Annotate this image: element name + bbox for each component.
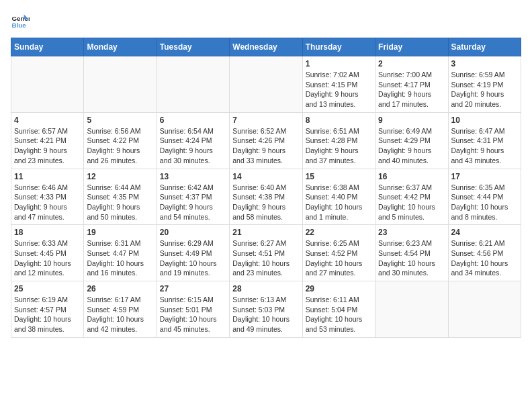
day-number: 23 (378, 228, 445, 237)
day-number: 20 (160, 228, 226, 237)
calendar-cell: 25Sunrise: 6:19 AM Sunset: 4:57 PM Dayli… (11, 281, 84, 338)
day-number: 5 (87, 116, 153, 125)
day-info: Sunrise: 6:57 AM Sunset: 4:21 PM Dayligh… (14, 126, 81, 166)
calendar-week-row: 11Sunrise: 6:46 AM Sunset: 4:33 PM Dayli… (11, 169, 521, 225)
day-info: Sunrise: 6:19 AM Sunset: 4:57 PM Dayligh… (14, 295, 81, 334)
day-number: 24 (451, 228, 518, 237)
day-number: 6 (160, 116, 226, 125)
calendar-week-row: 25Sunrise: 6:19 AM Sunset: 4:57 PM Dayli… (11, 281, 521, 338)
weekday-header-saturday: Saturday (448, 38, 521, 56)
day-number: 17 (451, 172, 518, 181)
calendar-cell: 24Sunrise: 6:21 AM Sunset: 4:56 PM Dayli… (448, 225, 521, 281)
svg-text:Blue: Blue (11, 21, 26, 29)
day-number: 12 (87, 172, 153, 181)
calendar-cell: 8Sunrise: 6:51 AM Sunset: 4:28 PM Daylig… (302, 112, 375, 169)
calendar-cell: 29Sunrise: 6:11 AM Sunset: 5:04 PM Dayli… (302, 281, 375, 338)
logo: General Blue (11, 11, 32, 30)
day-number: 16 (378, 172, 445, 181)
calendar-table: SundayMondayTuesdayWednesdayThursdayFrid… (11, 38, 521, 338)
page-header: General Blue (11, 11, 521, 30)
calendar-cell: 9Sunrise: 6:49 AM Sunset: 4:29 PM Daylig… (375, 112, 448, 169)
weekday-header-row: SundayMondayTuesdayWednesdayThursdayFrid… (11, 38, 521, 56)
calendar-cell: 4Sunrise: 6:57 AM Sunset: 4:21 PM Daylig… (11, 112, 84, 169)
weekday-header-monday: Monday (84, 38, 157, 56)
calendar-cell: 18Sunrise: 6:33 AM Sunset: 4:45 PM Dayli… (11, 225, 84, 281)
logo-icon: General Blue (11, 11, 30, 30)
calendar-cell (157, 56, 229, 113)
calendar-cell (375, 281, 448, 338)
calendar-week-row: 4Sunrise: 6:57 AM Sunset: 4:21 PM Daylig… (11, 112, 521, 169)
calendar-cell: 5Sunrise: 6:56 AM Sunset: 4:22 PM Daylig… (84, 112, 157, 169)
weekday-header-thursday: Thursday (302, 38, 375, 56)
calendar-cell (448, 281, 521, 338)
day-info: Sunrise: 6:31 AM Sunset: 4:47 PM Dayligh… (87, 238, 153, 278)
calendar-cell: 12Sunrise: 6:44 AM Sunset: 4:35 PM Dayli… (84, 169, 157, 225)
day-info: Sunrise: 6:42 AM Sunset: 4:37 PM Dayligh… (160, 183, 226, 222)
day-info: Sunrise: 6:27 AM Sunset: 4:51 PM Dayligh… (232, 238, 299, 278)
day-info: Sunrise: 6:23 AM Sunset: 4:54 PM Dayligh… (378, 238, 445, 278)
day-number: 22 (306, 228, 372, 237)
day-info: Sunrise: 6:33 AM Sunset: 4:45 PM Dayligh… (14, 238, 81, 278)
calendar-cell: 23Sunrise: 6:23 AM Sunset: 4:54 PM Dayli… (375, 225, 448, 281)
day-number: 19 (87, 228, 153, 237)
day-number: 13 (160, 172, 226, 181)
calendar-cell (230, 56, 302, 113)
calendar-cell (84, 56, 157, 113)
day-info: Sunrise: 6:59 AM Sunset: 4:19 PM Dayligh… (451, 70, 518, 109)
calendar-cell: 17Sunrise: 6:35 AM Sunset: 4:44 PM Dayli… (448, 169, 521, 225)
day-number: 8 (306, 116, 372, 125)
day-info: Sunrise: 6:44 AM Sunset: 4:35 PM Dayligh… (87, 183, 153, 222)
calendar-cell: 22Sunrise: 6:25 AM Sunset: 4:52 PM Dayli… (302, 225, 375, 281)
calendar-header: SundayMondayTuesdayWednesdayThursdayFrid… (11, 38, 521, 56)
day-number: 7 (232, 116, 299, 125)
day-number: 15 (306, 172, 372, 181)
calendar-cell: 20Sunrise: 6:29 AM Sunset: 4:49 PM Dayli… (157, 225, 229, 281)
day-info: Sunrise: 6:40 AM Sunset: 4:38 PM Dayligh… (232, 183, 299, 222)
calendar-cell: 3Sunrise: 6:59 AM Sunset: 4:19 PM Daylig… (448, 56, 521, 113)
day-info: Sunrise: 6:17 AM Sunset: 4:59 PM Dayligh… (87, 295, 153, 334)
day-number: 3 (451, 59, 518, 68)
day-info: Sunrise: 6:51 AM Sunset: 4:28 PM Dayligh… (306, 126, 372, 166)
day-info: Sunrise: 6:52 AM Sunset: 4:26 PM Dayligh… (232, 126, 299, 166)
day-info: Sunrise: 6:49 AM Sunset: 4:29 PM Dayligh… (378, 126, 445, 166)
day-info: Sunrise: 6:25 AM Sunset: 4:52 PM Dayligh… (306, 238, 372, 278)
calendar-cell: 6Sunrise: 6:54 AM Sunset: 4:24 PM Daylig… (157, 112, 229, 169)
weekday-header-sunday: Sunday (11, 38, 84, 56)
calendar-cell: 13Sunrise: 6:42 AM Sunset: 4:37 PM Dayli… (157, 169, 229, 225)
day-number: 10 (451, 116, 518, 125)
calendar-cell: 11Sunrise: 6:46 AM Sunset: 4:33 PM Dayli… (11, 169, 84, 225)
day-number: 11 (14, 172, 81, 181)
day-number: 25 (14, 284, 81, 293)
calendar-cell: 28Sunrise: 6:13 AM Sunset: 5:03 PM Dayli… (230, 281, 302, 338)
day-number: 18 (14, 228, 81, 237)
day-info: Sunrise: 6:54 AM Sunset: 4:24 PM Dayligh… (160, 126, 226, 166)
calendar-cell: 19Sunrise: 6:31 AM Sunset: 4:47 PM Dayli… (84, 225, 157, 281)
calendar-week-row: 1Sunrise: 7:02 AM Sunset: 4:15 PM Daylig… (11, 56, 521, 113)
calendar-week-row: 18Sunrise: 6:33 AM Sunset: 4:45 PM Dayli… (11, 225, 521, 281)
day-info: Sunrise: 6:29 AM Sunset: 4:49 PM Dayligh… (160, 238, 226, 278)
weekday-header-tuesday: Tuesday (157, 38, 229, 56)
calendar-cell: 27Sunrise: 6:15 AM Sunset: 5:01 PM Dayli… (157, 281, 229, 338)
day-info: Sunrise: 6:13 AM Sunset: 5:03 PM Dayligh… (232, 295, 299, 334)
day-info: Sunrise: 6:35 AM Sunset: 4:44 PM Dayligh… (451, 183, 518, 222)
day-number: 26 (87, 284, 153, 293)
weekday-header-friday: Friday (375, 38, 448, 56)
day-info: Sunrise: 6:11 AM Sunset: 5:04 PM Dayligh… (306, 295, 372, 334)
day-number: 29 (306, 284, 372, 293)
day-info: Sunrise: 6:15 AM Sunset: 5:01 PM Dayligh… (160, 295, 226, 334)
day-number: 27 (160, 284, 226, 293)
calendar-cell: 15Sunrise: 6:38 AM Sunset: 4:40 PM Dayli… (302, 169, 375, 225)
calendar-cell: 7Sunrise: 6:52 AM Sunset: 4:26 PM Daylig… (230, 112, 302, 169)
day-number: 1 (306, 59, 372, 68)
day-info: Sunrise: 6:37 AM Sunset: 4:42 PM Dayligh… (378, 183, 445, 222)
calendar-cell: 10Sunrise: 6:47 AM Sunset: 4:31 PM Dayli… (448, 112, 521, 169)
calendar-cell: 26Sunrise: 6:17 AM Sunset: 4:59 PM Dayli… (84, 281, 157, 338)
weekday-header-wednesday: Wednesday (230, 38, 302, 56)
day-info: Sunrise: 7:02 AM Sunset: 4:15 PM Dayligh… (306, 70, 372, 109)
day-info: Sunrise: 6:56 AM Sunset: 4:22 PM Dayligh… (87, 126, 153, 166)
day-info: Sunrise: 6:46 AM Sunset: 4:33 PM Dayligh… (14, 183, 81, 222)
day-number: 9 (378, 116, 445, 125)
day-info: Sunrise: 6:38 AM Sunset: 4:40 PM Dayligh… (306, 183, 372, 222)
day-info: Sunrise: 6:21 AM Sunset: 4:56 PM Dayligh… (451, 238, 518, 278)
day-number: 4 (14, 116, 81, 125)
